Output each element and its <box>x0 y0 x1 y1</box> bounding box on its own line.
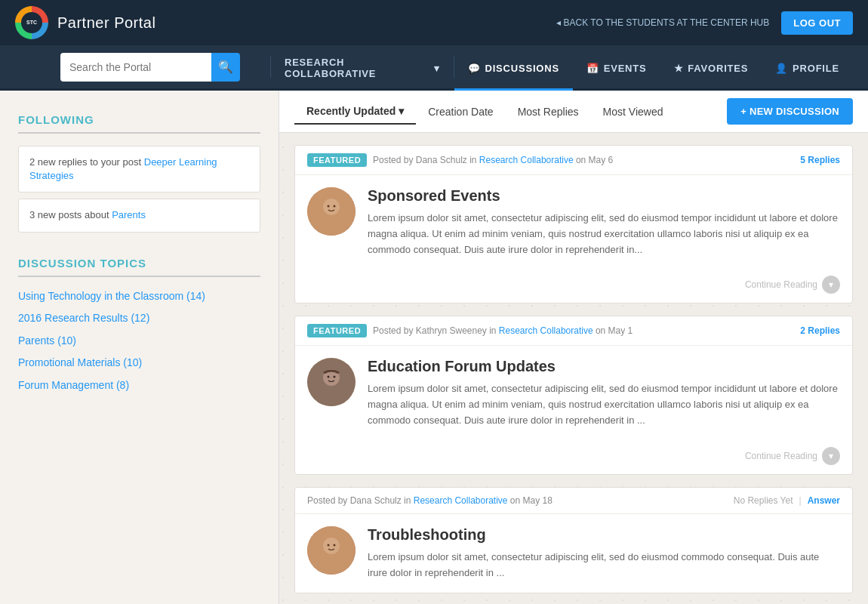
main-layout: FOLLOWING 2 new replies to your post Dee… <box>0 91 868 604</box>
continue-icon-1: ▾ <box>822 276 840 294</box>
back-link-text: BACK TO THE STUDENTS AT THE CENTER HUB <box>564 17 770 28</box>
back-arrow-icon: ◂ <box>556 17 561 28</box>
following-item-2: 3 new posts about Parents <box>18 199 260 232</box>
sort-most-replies[interactable]: Most Replies <box>506 100 591 124</box>
card-category-link-3[interactable]: Research Collaborative <box>414 495 508 506</box>
avatar-2 <box>307 358 356 406</box>
logo-inner: STC <box>21 12 42 33</box>
topics-title: DISCUSSION TOPICS <box>18 257 260 277</box>
sort-bar: Recently Updated ▾ Creation Date Most Re… <box>279 91 868 133</box>
card-body-2: Education Forum Updates Lorem ipsum dolo… <box>295 346 852 440</box>
logo-area: STC Partner Portal <box>15 6 155 39</box>
new-discussion-button[interactable]: + NEW DISCUSSION <box>727 98 853 125</box>
svg-point-11 <box>323 538 340 554</box>
discussions-icon: 💬 <box>468 63 481 74</box>
discussion-topics-section: DISCUSSION TOPICS Using Technology in th… <box>18 257 260 393</box>
card-footer-1: Continue Reading ▾ <box>295 270 852 303</box>
nav-item-discussions[interactable]: 💬 DISCUSSIONS <box>454 48 573 91</box>
portal-title: Partner Portal <box>57 14 155 32</box>
avatar-3 <box>307 526 356 575</box>
card-category-link-1[interactable]: Research Collaborative <box>479 155 574 165</box>
card-excerpt-2: Lorem ipsum dolor sit amet, consectetur … <box>368 381 840 428</box>
logo-text: STC <box>26 20 37 26</box>
sort-recently-updated[interactable]: Recently Updated ▾ <box>294 99 416 125</box>
secondary-navigation: 🔍 RESEARCH COLLABORATIVE ▾ 💬 DISCUSSIONS… <box>0 45 868 91</box>
card-text-3: Troubleshooting Lorem ipsum dolor sit am… <box>368 526 840 581</box>
avatar-1 <box>307 187 356 236</box>
card-meta-2: Posted by Kathryn Sweeney in Research Co… <box>373 325 794 336</box>
card-posted-by-1: Posted by Dana Schulz in <box>373 155 476 165</box>
card-posted-by-2: Posted by Kathryn Sweeney in <box>373 325 496 336</box>
sort-creation-date[interactable]: Creation Date <box>416 100 505 124</box>
card-meta-1: Posted by Dana Schulz in Research Collab… <box>373 155 794 165</box>
card-excerpt-3: Lorem ipsum dolor sit amet, consectetur … <box>368 550 840 581</box>
following-title: FOLLOWING <box>18 113 260 134</box>
card-title-2: Education Forum Updates <box>368 358 840 375</box>
sort-most-viewed[interactable]: Most Viewed <box>591 100 676 124</box>
sort-dropdown-icon: ▾ <box>399 105 404 117</box>
logo-icon: STC <box>15 6 48 39</box>
card-header-2: Featured Posted by Kathryn Sweeney in Re… <box>295 316 852 346</box>
card-meta-3: Posted by Dana Schulz in Research Collab… <box>307 495 728 506</box>
card-header-1: Featured Posted by Dana Schulz in Resear… <box>295 146 852 175</box>
top-navigation: STC Partner Portal ◂ BACK TO THE STUDENT… <box>0 0 868 45</box>
card-body-1: Sponsored Events Lorem ipsum dolor sit a… <box>295 175 852 270</box>
card-date-2: on May 1 <box>596 325 633 336</box>
discussion-card-2: Featured Posted by Kathryn Sweeney in Re… <box>294 316 853 474</box>
nav-item-research[interactable]: RESEARCH COLLABORATIVE ▾ <box>271 48 454 91</box>
logout-button[interactable]: LOG OUT <box>781 11 853 35</box>
nav-discussions-label: DISCUSSIONS <box>485 63 559 74</box>
following-item-1: 2 new replies to your post Deeper Learni… <box>18 146 260 193</box>
card-text-2: Education Forum Updates Lorem ipsum dolo… <box>368 358 840 428</box>
continue-icon-2: ▾ <box>822 447 840 465</box>
person-icon: 👤 <box>775 63 788 74</box>
discussion-card-1: Featured Posted by Dana Schulz in Resear… <box>294 145 853 304</box>
continue-reading-2: Continue Reading ▾ <box>745 447 840 465</box>
topic-link-1[interactable]: Using Technology in the Classroom (14) <box>18 289 260 304</box>
nav-item-profile[interactable]: 👤 PROFILE <box>762 48 853 91</box>
topic-link-4[interactable]: Promotional Materials (10) <box>18 356 260 371</box>
topic-link-5[interactable]: Forum Management (8) <box>18 378 260 393</box>
following-text-2: 3 new posts about <box>29 209 112 220</box>
card-header-3: Posted by Dana Schulz in Research Collab… <box>295 488 852 514</box>
featured-badge-1: Featured <box>307 153 367 167</box>
svg-point-9 <box>334 376 336 378</box>
svg-point-8 <box>328 376 330 378</box>
following-text-1: 2 new replies to your post <box>29 156 144 168</box>
no-replies-label: No Replies Yet <box>734 495 793 506</box>
svg-point-14 <box>334 544 336 546</box>
search-button[interactable]: 🔍 <box>211 53 240 82</box>
topic-link-3[interactable]: Parents (10) <box>18 334 260 349</box>
svg-point-4 <box>334 205 336 208</box>
answer-link[interactable]: Answer <box>808 495 840 506</box>
card-category-link-2[interactable]: Research Collaborative <box>499 325 593 336</box>
nav-events-label: EVENTS <box>604 63 647 74</box>
card-title-3: Troubleshooting <box>368 526 840 544</box>
card-replies-2: 2 Replies <box>800 325 840 336</box>
card-footer-2: Continue Reading ▾ <box>295 441 852 474</box>
featured-badge-2: Featured <box>307 324 367 337</box>
parents-following-link[interactable]: Parents <box>112 209 146 220</box>
nav-favorites-label: FAVORITES <box>688 63 748 74</box>
sort-recently-updated-label: Recently Updated <box>306 105 396 117</box>
nav-item-favorites[interactable]: ★ FAVORITES <box>660 48 762 91</box>
avatar-image-1 <box>307 187 356 236</box>
nav-profile-label: PROFILE <box>793 63 839 74</box>
calendar-icon: 📅 <box>586 63 599 74</box>
card-body-3: Troubleshooting Lorem ipsum dolor sit am… <box>295 514 852 593</box>
nav-item-events[interactable]: 📅 EVENTS <box>573 48 660 91</box>
card-posted-by-3: Posted by Dana Schulz in <box>307 495 411 506</box>
avatar-image-3 <box>307 526 356 575</box>
avatar-image-2 <box>307 358 356 406</box>
discussions-list: Featured Posted by Dana Schulz in Resear… <box>279 133 868 604</box>
sidebar: FOLLOWING 2 new replies to your post Dee… <box>0 91 279 604</box>
svg-point-3 <box>328 205 330 208</box>
continue-reading-label-2: Continue Reading <box>745 451 817 461</box>
nav-research-label: RESEARCH COLLABORATIVE <box>285 57 429 79</box>
search-input[interactable] <box>60 53 211 82</box>
card-date-1: on May 6 <box>576 155 613 165</box>
topic-link-2[interactable]: 2016 Research Results (12) <box>18 311 260 326</box>
back-to-hub-link[interactable]: ◂ BACK TO THE STUDENTS AT THE CENTER HUB <box>556 17 770 28</box>
top-nav-right: ◂ BACK TO THE STUDENTS AT THE CENTER HUB… <box>556 11 853 35</box>
discussion-card-3: Posted by Dana Schulz in Research Collab… <box>294 487 853 594</box>
